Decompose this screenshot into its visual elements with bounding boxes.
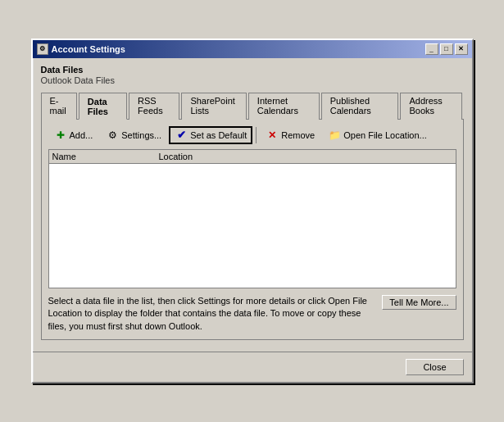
add-icon: ✚ <box>54 129 67 142</box>
open-location-button[interactable]: 📁 Open File Location... <box>322 126 433 144</box>
tab-data-files[interactable]: Data Files <box>79 93 127 120</box>
add-label: Add... <box>70 130 93 140</box>
dialog-title: Account Settings <box>52 44 125 54</box>
minimize-button[interactable]: _ <box>425 43 438 55</box>
tab-rss-feeds[interactable]: RSS Feeds <box>129 93 179 120</box>
remove-label: Remove <box>281 130 315 140</box>
list-body <box>49 164 456 279</box>
checkmark-icon: ✔ <box>175 129 188 142</box>
tab-panel-data-files: ✚ Add... ⚙ Settings... ✔ Set as Default … <box>41 119 464 340</box>
title-bar-text: ⚙ Account Settings <box>37 43 125 55</box>
dialog-content: Data Files Outlook Data Files E-mail Dat… <box>33 58 472 347</box>
title-bar-controls: _ □ ✕ <box>425 43 468 55</box>
data-files-list[interactable]: Name Location <box>48 149 456 288</box>
set-default-label: Set as Default <box>190 130 247 140</box>
app-icon: ⚙ <box>37 43 48 55</box>
dialog-footer: Close <box>33 352 472 382</box>
tab-published-calendars[interactable]: Published Calendars <box>321 93 399 120</box>
settings-label: Settings... <box>121 130 161 140</box>
maximize-button[interactable]: □ <box>440 43 453 55</box>
settings-button[interactable]: ⚙ Settings... <box>100 126 167 144</box>
tab-internet-calendars[interactable]: Internet Calendars <box>248 93 320 120</box>
tabs-row: E-mail Data Files RSS Feeds SharePoint L… <box>41 92 464 119</box>
section-title: Data Files <box>41 65 464 75</box>
status-area: Select a data file in the list, then cli… <box>48 295 456 333</box>
set-default-button[interactable]: ✔ Set as Default <box>169 126 252 144</box>
tab-address-books[interactable]: Address Books <box>400 93 461 120</box>
toolbar-separator <box>256 127 257 143</box>
remove-button[interactable]: ✕ Remove <box>260 126 320 144</box>
tab-email[interactable]: E-mail <box>41 93 77 120</box>
section-subtitle: Outlook Data Files <box>41 75 464 85</box>
col-location: Location <box>159 152 452 161</box>
settings-icon: ⚙ <box>106 129 119 142</box>
tabs-container: E-mail Data Files RSS Feeds SharePoint L… <box>41 92 464 340</box>
account-settings-dialog: ⚙ Account Settings _ □ ✕ Data Files Outl… <box>31 39 474 383</box>
tab-sharepoint-lists[interactable]: SharePoint Lists <box>181 93 246 120</box>
col-name: Name <box>52 152 159 161</box>
tell-me-more-button[interactable]: Tell Me More... <box>382 295 456 310</box>
folder-icon: 📁 <box>328 129 341 142</box>
close-dialog-button[interactable]: Close <box>406 359 463 375</box>
toolbar: ✚ Add... ⚙ Settings... ✔ Set as Default … <box>48 126 456 144</box>
status-message: Select a data file in the list, then cli… <box>48 295 375 333</box>
close-title-button[interactable]: ✕ <box>455 43 468 55</box>
list-header: Name Location <box>49 150 456 164</box>
open-location-label: Open File Location... <box>343 130 427 140</box>
add-button[interactable]: ✚ Add... <box>48 126 99 144</box>
title-bar: ⚙ Account Settings _ □ ✕ <box>33 40 472 58</box>
remove-icon: ✕ <box>266 129 279 142</box>
